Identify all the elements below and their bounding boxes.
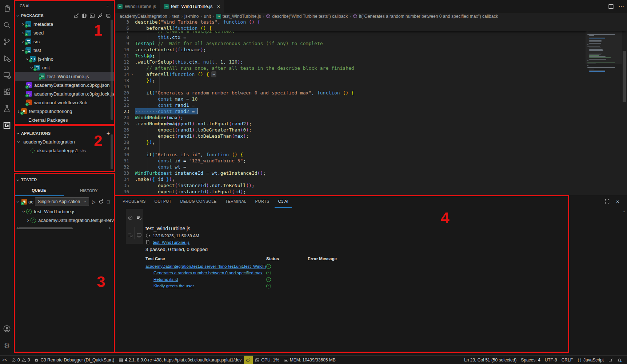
activity-remote-explorer[interactable] [0, 67, 14, 84]
panel-tab-terminal[interactable]: TERMINAL [221, 195, 250, 208]
tree-item-metadata[interactable]: ›metadata [14, 20, 114, 28]
panel-tab-output[interactable]: OUTPUT [151, 195, 175, 208]
tree-item-src[interactable]: ›src [14, 37, 114, 46]
chevron-down-icon[interactable]: › [21, 209, 27, 214]
tree-item-js-rhino[interactable]: ›js-rhino [14, 54, 114, 63]
output-list-icon[interactable] [128, 232, 133, 238]
tree-item-academydataintegration-c3pkg-json[interactable]: { }academyDataIntegration.c3pkg.json [14, 81, 114, 89]
more-actions-icon[interactable]: ⋯ [105, 3, 110, 9]
device-icon[interactable] [136, 232, 142, 238]
folded-code-ellipsis[interactable]: … [211, 71, 217, 77]
tester-item-test-windturbine-js[interactable]: ›✓test_WindTurbine.js [14, 207, 114, 216]
tab-queue[interactable]: QUEUE [14, 185, 64, 196]
breadcrumb-item[interactable]: test [172, 14, 179, 19]
activity-run-debug[interactable] [0, 50, 14, 67]
activity-settings-gear[interactable]: ⚙ [0, 337, 14, 354]
status-test-debug[interactable] [244, 356, 253, 364]
breadcrumb-label: describe("Wind Turbine tests") callback [272, 14, 348, 19]
collapse-all-icon[interactable] [105, 13, 111, 19]
packages-scrollbar[interactable] [111, 20, 113, 120]
test-case-link[interactable]: Returns its id [153, 277, 266, 282]
deploy-rocket-icon[interactable] [97, 13, 103, 19]
breadcrumb-item[interactable]: js-rhino [184, 14, 199, 19]
status-remote-indicator[interactable]: >< [0, 356, 9, 364]
panel-tab-debug-console[interactable]: DEBUG CONSOLE [177, 195, 220, 208]
activity-search[interactable] [0, 17, 14, 33]
status-cpu[interactable]: CPU: 1% [253, 356, 281, 364]
scroll-right-icon[interactable]: ▸ [109, 226, 111, 230]
status-eol[interactable]: CRLF [559, 356, 575, 364]
chevron-down-icon[interactable]: › [16, 139, 22, 145]
breadcrumb-item[interactable]: JStest_WindTurbine.js [216, 14, 261, 19]
add-icon[interactable]: + [105, 131, 111, 136]
split-editor-icon[interactable] [608, 4, 614, 9]
clear-icon[interactable] [128, 215, 133, 221]
test-case-link[interactable]: Kindly greets the user [153, 284, 266, 288]
result-file-link[interactable]: test_WindTurbine.js [153, 240, 189, 244]
status-encoding[interactable]: UTF-8 [543, 356, 559, 364]
breadcrumb-item[interactable]: academyDataIntegration [120, 14, 167, 19]
breadcrumb-item[interactable]: unit [204, 14, 211, 19]
close-icon[interactable]: × [615, 199, 620, 204]
packages-section-header[interactable]: › PACKAGES [14, 12, 114, 20]
test-case-link[interactable]: Generates a random number between 0 and … [153, 271, 266, 275]
tree-item-testappbutnotforlong[interactable]: ›▣testappbutnotforlong [14, 107, 114, 116]
status-memory[interactable]: MEM: 10439/33605 MB [281, 356, 338, 364]
tree-item-unit[interactable]: ›unit [14, 63, 114, 72]
activity-extensions[interactable] [0, 84, 14, 100]
code-editor[interactable]: 3describe("Wind Turbine tests", function… [114, 19, 627, 195]
status-indentation[interactable]: Spaces: 4 [519, 356, 542, 364]
tree-item-seed[interactable]: ›seed [14, 28, 114, 37]
status-problems[interactable]: 00 [9, 356, 32, 364]
pkg-file-icon [30, 56, 36, 62]
editor-scrollbar[interactable] [622, 19, 627, 195]
panel-tab-problems[interactable]: PROBLEMS [119, 195, 149, 208]
debug-tests-icon[interactable] [73, 13, 79, 19]
activity-source-control[interactable] [0, 33, 14, 50]
tree-item-okurapdataintegqs1[interactable]: okurapdataintegqs1dev [14, 146, 114, 155]
panel-tab-ports[interactable]: PORTS [251, 195, 273, 208]
stop-icon[interactable]: □ [105, 199, 111, 205]
run-icon[interactable]: ▷ [91, 199, 97, 205]
test-case-link[interactable]: academyDataIntegration.test.js-server-rh… [145, 264, 266, 268]
fold-chevron-icon[interactable]: › [129, 71, 135, 77]
maximize-panel-icon[interactable] [604, 199, 610, 204]
breadcrumb-item[interactable]: describe("Wind Turbine tests") callback [266, 14, 348, 19]
tree-item-test-windturbine-js[interactable]: JStest_WindTurbine.js [14, 72, 114, 81]
test-list-icon[interactable] [136, 215, 142, 221]
tree-item-wordcount-workflow-c3nb[interactable]: ≡wordcount-workflow.c3nb [14, 98, 114, 107]
terminal-icon[interactable] [89, 13, 95, 19]
tester-item-academydataintegration-test-js-server-rhino[interactable]: ›✓academyDataIntegration.test.js-server-… [14, 216, 114, 225]
breadcrumb-item[interactable]: it("Generates a random number between 0 … [353, 14, 498, 19]
tester-horizontal-scrollbar[interactable]: ◂ ▸ [14, 227, 114, 230]
tree-item-test[interactable]: ›test [14, 46, 114, 54]
run-config-dropdown[interactable]: Single-run Application › [35, 197, 89, 206]
applications-section-header[interactable]: › APPLICATIONS + [14, 129, 114, 137]
panel-tab-c3-ai[interactable]: C3 AI [275, 195, 292, 208]
status-do-not-disturb[interactable] [606, 356, 615, 364]
status-cursor-position[interactable]: Ln 23, Col 51 (50 selected) [462, 356, 519, 364]
scroll-left-icon[interactable]: ◂ [16, 226, 18, 230]
tree-item-academydataintegration[interactable]: ›academyDataIntegration [14, 137, 114, 146]
status-language[interactable]: { }JavaScript [575, 356, 606, 364]
status-c3-environment[interactable]: 4.2.1, 8.9.0-rc+498, https://plat.c3ci.c… [116, 356, 244, 364]
tab-history[interactable]: HISTORY [64, 185, 114, 196]
tree-item-academydataintegration-c3pkg-lock-json[interactable]: { }academyDataIntegration.c3pkg.lock.jso… [14, 89, 114, 98]
scroll-up-icon[interactable]: ▲ [623, 210, 626, 213]
activity-testing[interactable] [0, 100, 14, 117]
rerun-icon[interactable] [98, 199, 104, 205]
editor-tab-windturbine-js[interactable]: JSWindTurbine.js [114, 0, 160, 13]
editor-tab-test-windturbine-js[interactable]: JStest_WindTurbine.js× [160, 0, 224, 13]
more-actions-icon[interactable]: ⋯ [618, 4, 624, 9]
activity-explorer[interactable] [0, 0, 14, 17]
close-icon[interactable]: × [217, 4, 220, 9]
activity-c3-ai[interactable] [0, 117, 14, 134]
tree-item-external-packages[interactable]: External Packages [14, 116, 114, 124]
status-notifications[interactable] [615, 356, 624, 364]
status-debugger[interactable]: C3 Remote Debugger (DI_QuickStart) [32, 356, 116, 364]
notebook-icon[interactable] [81, 13, 87, 19]
tester-section-header[interactable]: › TESTER [14, 176, 114, 184]
activity-account[interactable] [0, 320, 14, 337]
chevron-right-icon[interactable]: › [25, 217, 31, 223]
applications-scrollbar[interactable] [111, 134, 113, 169]
